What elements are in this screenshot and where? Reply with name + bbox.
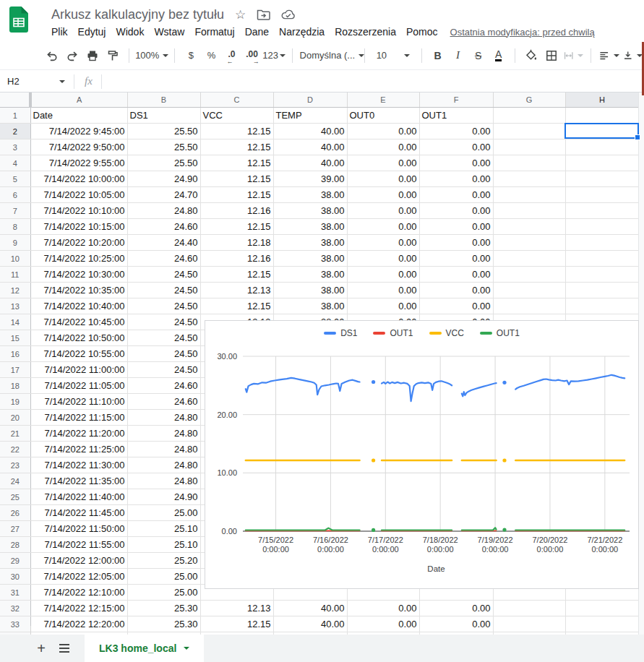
row-header-28[interactable]: 28 <box>0 537 30 553</box>
vertical-align-select[interactable] <box>622 46 643 65</box>
cell-B20[interactable]: 24.80 <box>127 410 200 426</box>
cell-E9[interactable]: 0.00 <box>347 235 419 251</box>
cell-G8[interactable] <box>493 219 565 235</box>
menu-rozszerzenia[interactable]: Rozszerzenia <box>330 25 401 39</box>
cell-B31[interactable]: 25.00 <box>127 585 200 601</box>
cell-D13[interactable]: 38.00 <box>273 298 347 314</box>
cell-A11[interactable]: 7/14/2022 10:30:00 <box>30 267 127 283</box>
cell-D11[interactable]: 38.00 <box>273 267 347 283</box>
row-header-21[interactable]: 21 <box>0 426 30 442</box>
move-folder-icon[interactable] <box>257 9 270 21</box>
col-header-G[interactable]: G <box>493 93 565 108</box>
cell-F6[interactable]: 0.00 <box>419 187 493 203</box>
cell-B10[interactable]: 24.60 <box>127 251 200 267</box>
cell-F4[interactable]: 0.00 <box>419 155 493 171</box>
cell-A19[interactable]: 7/14/2022 11:10:00 <box>30 394 127 410</box>
embedded-chart[interactable]: DS1OUT1VCCOUT1 30.0020.0010.000.007/15/2… <box>205 320 639 589</box>
cell-A16[interactable]: 7/14/2022 10:55:00 <box>30 346 127 362</box>
cell-H6[interactable] <box>565 187 639 203</box>
cell-A10[interactable]: 7/14/2022 10:25:00 <box>30 251 127 267</box>
cell-E5[interactable]: 0.00 <box>347 171 419 187</box>
paint-format-button[interactable] <box>104 46 121 65</box>
row-header-32[interactable]: 32 <box>0 601 30 616</box>
cell-H4[interactable] <box>565 155 639 171</box>
font-size-select[interactable]: 10 <box>372 46 414 65</box>
cell-F33[interactable]: 0.00 <box>419 616 493 632</box>
row-header-20[interactable]: 20 <box>0 410 30 426</box>
row-header-18[interactable]: 18 <box>0 378 30 394</box>
cell-H3[interactable] <box>565 139 639 155</box>
cell-C32[interactable]: 12.13 <box>200 601 273 616</box>
name-box-caret-icon[interactable] <box>59 80 65 83</box>
row-header-3[interactable]: 3 <box>0 139 30 155</box>
col-header-H[interactable]: H <box>565 93 639 108</box>
cell-D10[interactable]: 38.00 <box>273 251 347 267</box>
cell-H8[interactable] <box>565 219 639 235</box>
fill-color-button[interactable] <box>523 46 540 65</box>
cell-A12[interactable]: 7/14/2022 10:35:00 <box>30 283 127 298</box>
row-header-1[interactable]: 1 <box>0 108 30 124</box>
cell-E11[interactable]: 0.00 <box>347 267 419 283</box>
row-header-17[interactable]: 17 <box>0 362 30 378</box>
cell-C13[interactable]: 12.15 <box>200 298 273 314</box>
menu-edytuj[interactable]: Edytuj <box>73 25 111 39</box>
merge-cells-button[interactable] <box>563 46 583 65</box>
row-header-27[interactable]: 27 <box>0 521 30 537</box>
zoom-select[interactable]: 100% <box>137 46 167 65</box>
horizontal-align-select[interactable] <box>598 46 619 65</box>
col-header-B[interactable]: B <box>127 93 200 108</box>
cell-A7[interactable]: 7/14/2022 10:10:00 <box>30 203 127 219</box>
cell-B21[interactable]: 24.80 <box>127 426 200 442</box>
cell-H32[interactable] <box>565 601 639 616</box>
cell-B14[interactable]: 24.50 <box>127 314 200 330</box>
cell-B17[interactable]: 24.50 <box>127 362 200 378</box>
cell-A28[interactable]: 7/14/2022 11:55:00 <box>30 537 127 553</box>
cell-E8[interactable]: 0.00 <box>347 219 419 235</box>
cell-B29[interactable]: 25.20 <box>127 553 200 569</box>
cell-A21[interactable]: 7/14/2022 11:20:00 <box>30 426 127 442</box>
cell-A27[interactable]: 7/14/2022 11:50:00 <box>30 521 127 537</box>
cell-B1[interactable]: DS1 <box>127 108 200 124</box>
redo-button[interactable] <box>64 46 81 65</box>
menu-narzędzia[interactable]: Narzędzia <box>274 25 330 39</box>
cell-C6[interactable]: 12.15 <box>200 187 273 203</box>
cell-B4[interactable]: 25.50 <box>127 155 200 171</box>
row-header-30[interactable]: 30 <box>0 569 30 585</box>
cell-B33[interactable]: 25.30 <box>127 616 200 632</box>
row-header-8[interactable]: 8 <box>0 219 30 235</box>
selected-cell-outline[interactable] <box>564 123 639 139</box>
star-icon[interactable]: ☆ <box>235 9 246 21</box>
cell-G7[interactable] <box>493 203 565 219</box>
cell-A13[interactable]: 7/14/2022 10:40:00 <box>30 298 127 314</box>
all-sheets-button[interactable] <box>59 643 70 653</box>
cell-E3[interactable]: 0.00 <box>347 139 419 155</box>
cell-E1[interactable]: OUT0 <box>347 108 419 124</box>
row-header-11[interactable]: 11 <box>0 267 30 283</box>
cell-D32[interactable]: 40.00 <box>273 601 347 616</box>
cell-B2[interactable]: 25.50 <box>127 124 200 139</box>
document-title[interactable]: Arkusz kalkulacyjny bez tytułu <box>51 7 224 22</box>
cell-H11[interactable] <box>565 267 639 283</box>
sheet-tab-caret-icon[interactable] <box>184 647 189 650</box>
cell-C10[interactable]: 12.16 <box>200 251 273 267</box>
sheet-tab-active[interactable]: LK3 home_local <box>85 635 204 662</box>
cell-F2[interactable]: 0.00 <box>419 124 493 139</box>
cell-E6[interactable]: 0.00 <box>347 187 419 203</box>
last-modified-link[interactable]: Ostatnia modyfikacja: przed chwilą <box>450 27 595 38</box>
cell-B7[interactable]: 24.80 <box>127 203 200 219</box>
menu-dane[interactable]: Dane <box>240 25 274 39</box>
cell-E2[interactable]: 0.00 <box>347 124 419 139</box>
cell-B6[interactable]: 24.70 <box>127 187 200 203</box>
cell-C3[interactable]: 12.15 <box>200 139 273 155</box>
cell-B23[interactable]: 24.80 <box>127 457 200 473</box>
cell-D9[interactable]: 38.00 <box>273 235 347 251</box>
cell-C2[interactable]: 12.15 <box>200 124 273 139</box>
cell-A3[interactable]: 7/14/2022 9:50:00 <box>30 139 127 155</box>
cell-E7[interactable]: 0.00 <box>347 203 419 219</box>
cell-H1[interactable] <box>565 108 639 124</box>
cell-A23[interactable]: 7/14/2022 11:30:00 <box>30 457 127 473</box>
cell-A2[interactable]: 7/14/2022 9:45:00 <box>30 124 127 139</box>
font-select[interactable]: Domyślna (... <box>300 46 357 65</box>
row-header-14[interactable]: 14 <box>0 314 30 330</box>
strikethrough-button[interactable]: S <box>470 46 487 65</box>
